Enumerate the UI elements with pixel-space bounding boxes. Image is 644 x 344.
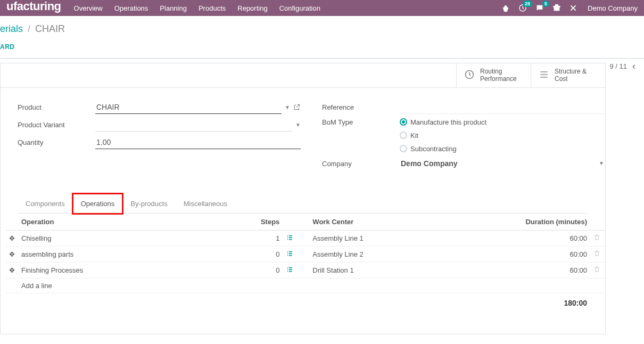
duration-total: 180:00	[500, 293, 590, 313]
quantity-label: Quantity	[18, 138, 95, 146]
product-input[interactable]	[95, 101, 282, 114]
breadcrumb: erials / CHAIR	[0, 16, 644, 35]
form-right-column: Reference BoM Type Manufacture this prod…	[322, 101, 605, 175]
company-select[interactable]: Demo Company ▼	[400, 157, 605, 170]
cell-steps: 0	[245, 246, 283, 262]
nav-operations[interactable]: Operations	[114, 4, 148, 12]
chevron-down-icon[interactable]: ▼	[295, 122, 301, 128]
tab-operations[interactable]: Operations	[73, 194, 123, 214]
routing-performance-button[interactable]: Routing Performance	[456, 63, 531, 87]
tab-by-products[interactable]: By-products	[122, 194, 175, 214]
cell-steps: 1	[245, 230, 283, 246]
discard-button[interactable]: ARD	[0, 35, 644, 56]
close-icon[interactable]	[569, 4, 577, 12]
breadcrumb-current: CHAIR	[35, 23, 65, 34]
radio-checked-icon	[400, 118, 407, 126]
pager-text: 9 / 11	[609, 62, 627, 70]
operations-table: Operation Steps Work Center Duration (mi…	[6, 214, 605, 313]
product-label: Product	[18, 103, 95, 111]
bomtype-kit[interactable]: Kit	[400, 132, 486, 140]
bug-icon[interactable]	[501, 4, 510, 12]
company-switcher[interactable]: Demo Company	[588, 4, 638, 12]
top-icons: 28 5 Demo Company	[501, 4, 638, 12]
stat-buttons: Routing Performance Structure & Cost	[1, 63, 605, 88]
delete-row-icon[interactable]	[590, 230, 605, 246]
external-link-icon[interactable]	[293, 103, 301, 111]
chevron-down-icon[interactable]: ▼	[285, 104, 290, 110]
bomtype-subcontracting[interactable]: Subcontracting	[400, 145, 486, 153]
cell-duration[interactable]: 60:00	[500, 262, 590, 278]
delete-row-icon[interactable]	[590, 246, 605, 262]
top-navbar: ufacturing Overview Operations Planning …	[0, 0, 644, 16]
drag-handle-icon[interactable]: ✥	[6, 246, 18, 262]
cell-duration[interactable]: 60:00	[500, 246, 590, 262]
activities-icon[interactable]: 28	[518, 4, 527, 12]
col-operation: Operation	[18, 214, 245, 231]
cell-duration[interactable]: 60:00	[500, 230, 590, 246]
reference-input[interactable]	[400, 101, 605, 114]
quantity-input[interactable]	[95, 136, 301, 149]
steps-list-icon[interactable]	[286, 266, 293, 275]
chevron-down-icon: ▼	[599, 160, 604, 166]
messages-badge: 5	[542, 1, 549, 7]
tab-miscellaneous[interactable]: Miscellaneous	[176, 194, 235, 214]
clock-icon	[464, 69, 475, 81]
form-left-column: Product ▼ Product Variant	[18, 101, 301, 175]
structure-cost-button[interactable]: Structure & Cost	[531, 63, 605, 87]
drag-handle-icon[interactable]: ✥	[6, 230, 18, 246]
bomtype-manufacture[interactable]: Manufacture this product	[400, 118, 486, 126]
radio-icon	[400, 132, 407, 139]
nav-reporting[interactable]: Reporting	[237, 4, 267, 12]
notebook-tabs: Components Operations By-products Miscel…	[18, 194, 588, 214]
drag-handle-icon[interactable]: ✥	[6, 262, 18, 278]
company-label: Company	[322, 160, 400, 168]
nav-configuration[interactable]: Configuration	[279, 4, 320, 12]
radio-icon	[400, 145, 407, 152]
activities-badge: 28	[523, 1, 532, 7]
cell-operation[interactable]: Chiselling	[18, 230, 245, 246]
cell-steps: 0	[245, 262, 283, 278]
steps-list-icon[interactable]	[286, 250, 293, 259]
table-row[interactable]: ✥Finishing Processes0Drill Station 160:0…	[6, 262, 605, 278]
pager-prev-icon[interactable]: ‹	[632, 61, 635, 72]
messages-icon[interactable]: 5	[535, 4, 544, 12]
col-workcenter: Work Center	[309, 214, 500, 231]
cell-operation[interactable]: assembling parts	[18, 246, 245, 262]
cell-workcenter[interactable]: Assembly Line 1	[309, 230, 500, 246]
col-duration: Duration (minutes)	[500, 214, 590, 231]
bomtype-label: BoM Type	[322, 118, 400, 126]
delete-row-icon[interactable]	[590, 262, 605, 278]
variant-input[interactable]	[95, 118, 292, 132]
tab-components[interactable]: Components	[18, 194, 73, 214]
col-steps: Steps	[245, 214, 283, 231]
breadcrumb-prev[interactable]: erials	[0, 23, 23, 34]
cell-workcenter[interactable]: Drill Station 1	[309, 262, 500, 278]
variant-label: Product Variant	[18, 121, 95, 129]
bomtype-radio-group: Manufacture this product Kit Subcontract…	[400, 118, 486, 153]
steps-list-icon[interactable]	[286, 234, 293, 243]
form-card: Routing Performance Structure & Cost	[0, 63, 606, 334]
reference-label: Reference	[322, 103, 400, 111]
top-nav: Overview Operations Planning Products Re…	[74, 4, 502, 12]
pager: 9 / 11 ‹	[609, 61, 635, 72]
app-brand: ufacturing	[6, 0, 61, 13]
nav-planning[interactable]: Planning	[160, 4, 187, 12]
nav-overview[interactable]: Overview	[74, 4, 103, 12]
table-row[interactable]: ✥Chiselling1Assembly Line 160:00	[6, 230, 605, 246]
cell-operation[interactable]: Finishing Processes	[18, 262, 245, 278]
gift-icon[interactable]	[552, 4, 561, 12]
table-row[interactable]: ✥assembling parts0Assembly Line 260:00	[6, 246, 605, 262]
nav-products[interactable]: Products	[199, 4, 226, 12]
list-icon	[539, 69, 549, 81]
cell-workcenter[interactable]: Assembly Line 2	[309, 246, 500, 262]
add-line-link[interactable]: Add a line	[18, 278, 605, 293]
